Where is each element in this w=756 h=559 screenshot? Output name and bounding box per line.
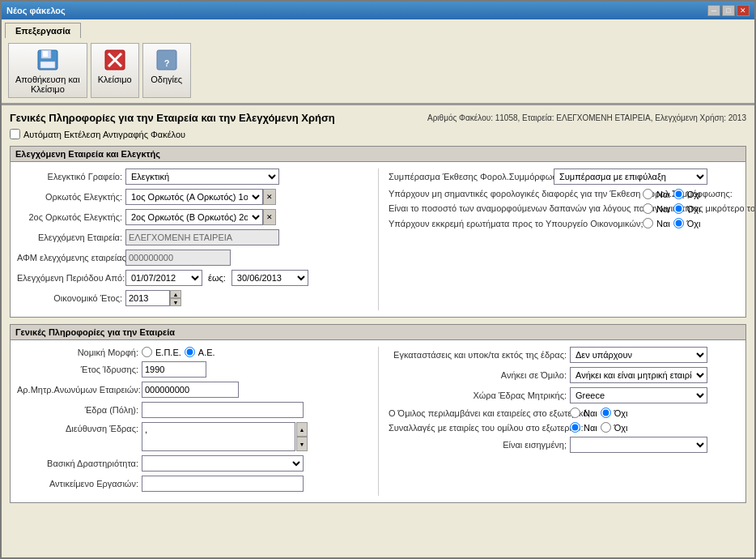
svg-rect-2: [43, 51, 48, 57]
eisagmeni-select[interactable]: [570, 437, 707, 453]
section1-two-col: Ελεγκτικό Γραφείο: Ελεγκτική Ορκωτός Ελε…: [17, 169, 739, 310]
save-icon: [35, 47, 61, 73]
q3-oxi-label: Όχι: [687, 219, 701, 228]
omilo-exoteriko-nai-label: Ναι: [584, 408, 597, 418]
sunallages-label: Συναλλαγές με εταιρίες του ομίλου στο εξ…: [389, 423, 567, 433]
dieuthunsi-scroll-up[interactable]: ▲: [296, 422, 308, 437]
window-title: Νέος φάκελος: [6, 6, 66, 15]
svg-text:?: ?: [164, 58, 169, 68]
orkwtos2-clear-button[interactable]: ✕: [263, 209, 276, 225]
edra-row: Έδρα (Πόλη):: [17, 402, 372, 418]
omilo-exoteriko-label: Ο Όμιλος περιλαμβάνει και εταιρείες στο …: [389, 408, 567, 418]
orkwtos1-combo: 1ος Ορκωτός (Α Ορκωτός) 1ος Ορκω... ✕: [125, 189, 276, 205]
vasiki-select[interactable]: [142, 455, 304, 472]
antikeimeno-label: Αντικείμενο Εργασιών:: [17, 479, 138, 489]
window-close-button[interactable]: ✕: [737, 5, 750, 16]
q3-oxi-radio[interactable]: [673, 218, 684, 228]
period-to-select[interactable]: 30/06/2013: [231, 270, 308, 286]
afm-row: ΑΦΜ ελεγχόμενης εταιρείας:: [17, 250, 372, 266]
antikeimeno-row: Αντικείμενο Εργασιών:: [17, 476, 372, 492]
elegxomeni-label: Ελεγχόμενη Εταιρεία:: [17, 233, 122, 242]
section-audited-company: Ελεγχόμενη Εταιρεία και Ελεγκτής Ελεγκτι…: [10, 146, 746, 318]
q2-nai-radio[interactable]: [643, 203, 653, 214]
sumperasma-row: Συμπέρασμα Έκθεσης Φορολ.Συμμόρφωσης: Συ…: [389, 169, 739, 185]
q1-nai-radio[interactable]: [643, 189, 653, 199]
eisagmeni-row: Είναι εισηγμένη;: [389, 437, 739, 453]
anikei-omilo-label: Ανήκει σε Όμιλο:: [389, 370, 567, 380]
q1-radio-group: Ναι Όχι: [643, 189, 701, 199]
section1-title: Ελεγχόμενη Εταιρεία και Ελεγκτής: [11, 147, 745, 162]
q2-oxi-radio[interactable]: [673, 203, 684, 214]
oikonomiko-spinner: ▲ ▼: [125, 290, 181, 306]
sumperasma-label: Συμπέρασμα Έκθεσης Φορολ.Συμμόρφωσης:: [389, 172, 550, 181]
period-row: Ελεγχόμενη Περιόδου Από: 01/07/2012 έως:…: [17, 270, 372, 286]
etos-idrusis-row: Έτος Ίδρυσης:: [17, 361, 372, 378]
eisagmeni-label: Είναι εισηγμένη;: [389, 440, 567, 450]
omilo-exoteriko-row: Ο Όμιλος περιλαμβάνει και εταιρείες στο …: [389, 408, 739, 418]
egkataseis-select[interactable]: Δεν υπάρχουν: [570, 347, 707, 363]
q3-nai-radio[interactable]: [643, 218, 653, 228]
toolbar: Αποθήκευση και Κλείσιμο Κλείσιμο: [2, 38, 754, 105]
q3-nai-label: Ναι: [656, 219, 670, 228]
q2-oxi-label: Όχι: [687, 204, 701, 214]
oikonomiko-label: Οικονομικό Έτος:: [17, 293, 122, 303]
epe-radio[interactable]: [142, 347, 152, 357]
sumperasma-select[interactable]: Συμπέρασμα με επιφύλαξη: [554, 169, 707, 185]
sunallages-oxi-radio[interactable]: [601, 422, 611, 433]
save-button[interactable]: Αποθήκευση και Κλείσιμο: [8, 43, 87, 98]
omilo-exoteriko-oxi-label: Όχι: [614, 408, 628, 418]
svg-rect-3: [40, 62, 55, 68]
title-bar-buttons: ─ □ ✕: [707, 5, 750, 16]
xwra-edras-select[interactable]: Greece: [570, 387, 707, 403]
oikonomiko-up-button[interactable]: ▲: [170, 290, 181, 298]
page-header: Γενικές Πληροφορίες για την Εταιρεία και…: [10, 112, 746, 124]
sunallages-row: Συναλλαγές με εταιρίες του ομίλου στο εξ…: [389, 422, 739, 433]
q3-radio-group: Ναι Όχι: [643, 218, 701, 228]
main-window: Νέος φάκελος ─ □ ✕ Επεξεργασία: [0, 0, 756, 559]
section1-left: Ελεγκτικό Γραφείο: Ελεγκτική Ορκωτός Ελε…: [17, 169, 378, 310]
orkwtos2-select[interactable]: 2ος Ορκωτός (Β Ορκωτός) 2ος Ορκω...: [125, 209, 263, 225]
nomiki-morfi-radio-group: Ε.Π.Ε. Α.Ε.: [142, 347, 215, 357]
nomiki-morfi-label: Νομική Μορφή:: [17, 348, 138, 357]
omilo-exoteriko-nai-radio[interactable]: [570, 408, 580, 418]
title-bar: Νέος φάκελος ─ □ ✕: [2, 2, 754, 19]
tab-epexergasia[interactable]: Επεξεργασία: [5, 23, 81, 38]
orkwtos1-select[interactable]: 1ος Ορκωτός (Α Ορκωτός) 1ος Ορκω...: [125, 189, 263, 205]
edra-label: Έδρα (Πόλη):: [17, 405, 138, 415]
vasiki-row: Βασική Δραστηριότητα:: [17, 455, 372, 472]
help-button[interactable]: ? Οδηγίες: [142, 43, 191, 98]
sunallages-nai-radio[interactable]: [570, 422, 580, 433]
oikonomiko-input[interactable]: [125, 290, 170, 306]
oikonomiko-down-button[interactable]: ▼: [170, 298, 181, 306]
dieuthunsi-textarea[interactable]: ,: [142, 422, 295, 451]
xwra-edras-row: Χώρα Έδρας Μητρικής: Greece: [389, 387, 739, 403]
auto-check-row: Αυτόματη Εκτέλεση Αντιγραφής Φακέλου: [10, 129, 746, 139]
period-to-label: έως:: [208, 273, 226, 283]
minimize-button[interactable]: ─: [707, 5, 720, 16]
maximize-button[interactable]: □: [722, 5, 735, 16]
orkwtos1-clear-button[interactable]: ✕: [263, 189, 276, 205]
elegktiko-select[interactable]: Ελεγκτική: [125, 169, 279, 185]
elegktiko-row: Ελεγκτικό Γραφείο: Ελεγκτική: [17, 169, 372, 185]
section2-right: Εγκαταστάσεις και υποκ/τα εκτός της έδρα…: [378, 347, 739, 496]
save-label: Αποθήκευση και Κλείσιμο: [15, 75, 80, 94]
auto-check-checkbox[interactable]: [10, 129, 20, 139]
antikeimeno-input[interactable]: [142, 476, 304, 492]
afm-label: ΑΦΜ ελεγχόμενης εταιρείας:: [17, 253, 122, 262]
etos-idrusis-input[interactable]: [142, 361, 206, 378]
edra-input[interactable]: [142, 402, 304, 418]
period-from-label: Ελεγχόμενη Περιόδου Από:: [17, 273, 122, 283]
close-button[interactable]: Κλείσιμο: [91, 43, 139, 98]
anikei-omilo-select[interactable]: Ανήκει και είναι μητρική εταιρία: [570, 367, 707, 383]
omilo-exoteriko-oxi-radio[interactable]: [601, 408, 611, 418]
ar-mitr-input[interactable]: [142, 382, 239, 398]
q1-row: Υπάρχουν μη σημαντικές φορολογικές διαφο…: [389, 189, 739, 199]
dieuthunsi-scroll-down[interactable]: ▼: [296, 437, 308, 451]
period-from-select[interactable]: 01/07/2012: [125, 270, 202, 286]
ae-radio[interactable]: [185, 347, 195, 357]
elegxomeni-input: [125, 229, 279, 245]
section2-title: Γενικές Πληροφορίες για την Εταιρεία: [11, 325, 745, 340]
page-info: Αριθμός Φακέλου: 11058, Εταιρεία: ΕΛΕΓΧΟ…: [427, 113, 746, 122]
afm-input: [125, 250, 231, 266]
q1-oxi-radio[interactable]: [673, 189, 684, 199]
